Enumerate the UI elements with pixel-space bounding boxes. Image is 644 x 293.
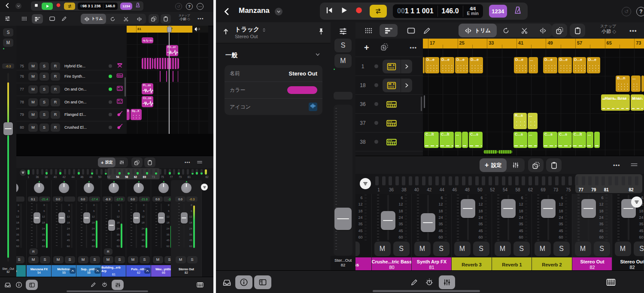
fader-handle[interactable]	[58, 212, 65, 224]
mixer-channel-mellotron[interactable]: 0.0 06121824354560 M S Mellotron	[52, 180, 76, 277]
channel-fader[interactable]	[33, 203, 40, 248]
lcd-display[interactable]: 098 3 1 236 146.0	[78, 3, 118, 10]
track-record-button[interactable]: R	[51, 98, 60, 106]
panel-toggle-button[interactable]	[26, 280, 38, 290]
region-clip[interactable]	[594, 132, 600, 148]
channel-fader[interactable]	[501, 195, 516, 240]
fader-handle[interactable]	[501, 199, 516, 218]
channel-solo-button[interactable]: S	[16, 256, 24, 263]
pin-icon[interactable]	[317, 27, 325, 37]
fader-handle[interactable]	[421, 213, 435, 232]
master-fader-handle[interactable]	[334, 208, 352, 230]
track-mute-button[interactable]: M	[28, 124, 38, 132]
channel-name-label[interactable]: Stereo Out82	[572, 257, 612, 270]
region-clip[interactable]: ...	[529, 57, 538, 73]
track-disclosure-button[interactable]	[401, 60, 412, 73]
trim-right-tool-button[interactable]	[534, 27, 552, 34]
duplicate-track-button[interactable]	[380, 43, 389, 53]
horizontal-scrollbar[interactable]	[373, 290, 480, 292]
channel-solo-button[interactable]: S	[115, 256, 125, 263]
pan-knob[interactable]	[158, 183, 169, 193]
channel-name-label[interactable]: Synth Arp FX81	[412, 257, 452, 270]
more-button[interactable]: ⋯	[197, 3, 204, 10]
fader-handle[interactable]	[33, 212, 40, 224]
region-clip[interactable]: D...e	[440, 57, 454, 73]
channel-fader[interactable]	[158, 203, 165, 248]
track-row-77[interactable]: 77 M S R On and On...	[16, 83, 127, 96]
channel-name-label[interactable]: Reverb 3	[452, 257, 492, 270]
region-clip[interactable]: D...e	[469, 57, 483, 73]
mixer-paste-button[interactable]	[144, 157, 155, 167]
master-mute-button[interactable]: M	[3, 39, 13, 47]
master-fader[interactable]	[3, 73, 13, 262]
channel-record-button[interactable]: R	[104, 248, 112, 255]
help-button[interactable]: ?	[636, 7, 644, 16]
mixer-channel-building-erb-arp[interactable]: -6.9 -17.9 06121824354560 R M S Bu	[101, 180, 126, 277]
panel-toggle-button[interactable]	[254, 275, 271, 289]
inspector-info-button[interactable]	[235, 275, 252, 289]
stop-button[interactable]	[33, 2, 39, 10]
mixer-paste-button[interactable]	[546, 158, 562, 172]
mixer-channel-synth-arp-fx[interactable]: 6121824354560 M S Synth Arp FX81	[412, 194, 452, 270]
channel-name-label[interactable]: Stereo Out82	[612, 257, 644, 270]
region-clip[interactable]	[154, 58, 179, 69]
toolbar-more-button[interactable]: •••	[197, 16, 204, 21]
channel-mute-button[interactable]: M	[176, 256, 186, 263]
track-row-76[interactable]: 76 M S R Fire Synth...	[16, 70, 127, 83]
region-clip[interactable]: C...s	[558, 132, 572, 148]
channel-name-label[interactable]: Stereo Out82	[174, 265, 199, 277]
pan-knob[interactable]	[181, 183, 191, 193]
channel-fader[interactable]	[83, 203, 90, 248]
region-clip[interactable]: Fir...er	[166, 45, 178, 56]
channel-mute-button[interactable]: M	[575, 242, 591, 256]
channel-solo-button[interactable]: S	[473, 242, 489, 256]
channel-mute-button[interactable]: M	[103, 256, 113, 263]
region-clip[interactable]: C...lt	[440, 132, 454, 148]
cycle-button[interactable]	[370, 5, 387, 18]
region-clip[interactable]: C...s	[469, 132, 483, 148]
channel-solo-button[interactable]: S	[187, 256, 197, 263]
tracks-view-button[interactable]	[380, 24, 398, 37]
pencil-tool-button[interactable]	[422, 26, 431, 37]
region-clip[interactable]: Sy...X	[131, 109, 142, 120]
pan-knob[interactable]	[109, 183, 119, 193]
region-clip[interactable]	[483, 150, 498, 154]
mixer-faders-button[interactable]	[115, 160, 128, 165]
channel-mute-button[interactable]: M	[374, 242, 391, 256]
record-button[interactable]	[354, 6, 364, 17]
channel-fader[interactable]	[133, 203, 140, 248]
playhead[interactable]	[169, 26, 170, 134]
channel-mute-button[interactable]: M	[615, 242, 631, 256]
inspector-selector-icon[interactable]	[261, 27, 267, 34]
mixer-settings-button[interactable]: +設定	[98, 157, 115, 167]
channel-mute-button[interactable]: M	[153, 256, 163, 263]
fader-handle[interactable]	[83, 212, 90, 224]
help-button[interactable]: ?	[186, 3, 193, 10]
region-clip[interactable]	[142, 58, 153, 69]
pencil-tool-button[interactable]	[61, 15, 67, 24]
name-value[interactable]: Stereo Out	[289, 70, 317, 77]
track-mute-button[interactable]: M	[28, 85, 38, 94]
fader-handle[interactable]	[133, 212, 140, 224]
channel-name-label[interactable]: Puls...nths62	[126, 265, 151, 277]
mixer-channel-reverb-3[interactable]: 6121824354560 M S Reverb 3	[452, 194, 492, 270]
region-clip[interactable]	[641, 76, 644, 92]
edit-pencil-button[interactable]	[410, 278, 419, 288]
mixer-more-button[interactable]: •••	[613, 162, 620, 169]
fader-handle[interactable]	[581, 199, 596, 218]
mixer-toggle-button[interactable]	[112, 280, 124, 290]
channel-collapse-button[interactable]	[70, 268, 76, 274]
channel-name-label[interactable]: Bass	[16, 265, 26, 277]
play-surface-button[interactable]	[606, 278, 616, 289]
pan-knob[interactable]	[59, 183, 69, 193]
track-solo-button[interactable]: S	[39, 111, 49, 119]
track-solo-button[interactable]: S	[39, 124, 49, 132]
marquee-tool-button[interactable]	[403, 24, 419, 37]
locator-marker[interactable]	[194, 27, 197, 31]
channel-name-label[interactable]: Sup...ynths58	[76, 265, 101, 277]
track-record-button[interactable]: R	[51, 111, 60, 119]
marquee-tool-button[interactable]	[49, 15, 55, 24]
region-clip[interactable]: ...	[528, 113, 538, 129]
back-button[interactable]	[222, 7, 231, 18]
paste-button[interactable]	[570, 24, 585, 37]
